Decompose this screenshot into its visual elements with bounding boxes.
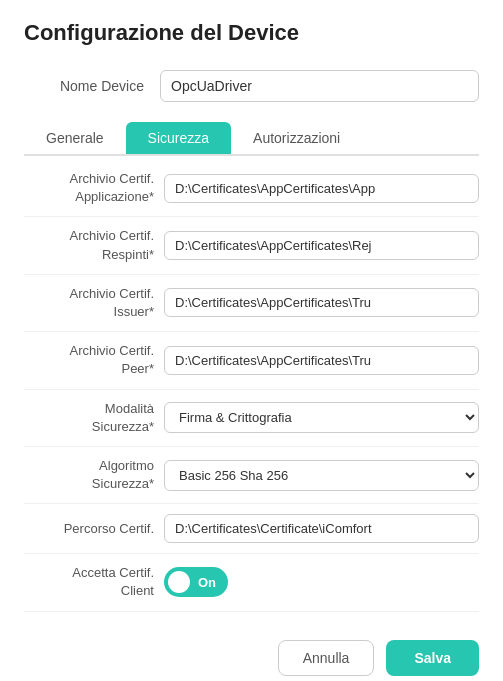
toggle-knob xyxy=(168,571,190,593)
page-container: Configurazione del Device Nome Device Ge… xyxy=(0,0,503,681)
footer: Annulla Salva xyxy=(24,612,479,681)
label-accetta-certif: Accetta Certif.Client xyxy=(24,564,154,600)
label-modalita-sicurezza: ModalitàSicurezza* xyxy=(24,400,154,436)
nome-device-input[interactable] xyxy=(160,70,479,102)
input-archivio-respinti[interactable] xyxy=(164,231,479,260)
form-row-accetta-certif: Accetta Certif.Client On xyxy=(24,554,479,611)
label-archivio-applicazione: Archivio Certif.Applicazione* xyxy=(24,170,154,206)
label-archivio-respinti: Archivio Certif.Respinti* xyxy=(24,227,154,263)
form-row-archivio-issuer: Archivio Certif.Issuer* xyxy=(24,275,479,332)
label-algoritmo-sicurezza: AlgoritmoSicurezza* xyxy=(24,457,154,493)
nome-device-row: Nome Device xyxy=(24,70,479,102)
nome-device-label: Nome Device xyxy=(24,78,144,94)
cancel-button[interactable]: Annulla xyxy=(278,640,375,676)
label-archivio-peer: Archivio Certif.Peer* xyxy=(24,342,154,378)
toggle-accetta-certif[interactable]: On xyxy=(164,567,228,597)
toggle-label: On xyxy=(198,575,216,590)
form-row-archivio-peer: Archivio Certif.Peer* xyxy=(24,332,479,389)
input-archivio-peer[interactable] xyxy=(164,346,479,375)
input-archivio-issuer[interactable] xyxy=(164,288,479,317)
form-section: Archivio Certif.Applicazione* Archivio C… xyxy=(24,156,479,612)
form-row-modalita-sicurezza: ModalitàSicurezza* Firma & Crittografia … xyxy=(24,390,479,447)
save-button[interactable]: Salva xyxy=(386,640,479,676)
select-modalita-sicurezza[interactable]: Firma & Crittografia Nessuna Firma xyxy=(164,402,479,433)
label-percorso-certif: Percorso Certif. xyxy=(24,520,154,538)
label-archivio-issuer: Archivio Certif.Issuer* xyxy=(24,285,154,321)
select-algoritmo-sicurezza[interactable]: Basic 256 Sha 256 Basic 128 Rsa 15 Basic… xyxy=(164,460,479,491)
form-row-archivio-applicazione: Archivio Certif.Applicazione* xyxy=(24,160,479,217)
input-archivio-applicazione[interactable] xyxy=(164,174,479,203)
tab-generale[interactable]: Generale xyxy=(24,122,126,154)
tab-autorizzazioni[interactable]: Autorizzazioni xyxy=(231,122,362,154)
toggle-accetta-certif-wrapper: On xyxy=(164,567,228,597)
form-row-percorso-certif: Percorso Certif. xyxy=(24,504,479,554)
form-row-archivio-respinti: Archivio Certif.Respinti* xyxy=(24,217,479,274)
tab-bar: Generale Sicurezza Autorizzazioni xyxy=(24,122,479,156)
page-title: Configurazione del Device xyxy=(24,20,479,46)
input-percorso-certif[interactable] xyxy=(164,514,479,543)
form-row-algoritmo-sicurezza: AlgoritmoSicurezza* Basic 256 Sha 256 Ba… xyxy=(24,447,479,504)
tab-sicurezza[interactable]: Sicurezza xyxy=(126,122,231,154)
